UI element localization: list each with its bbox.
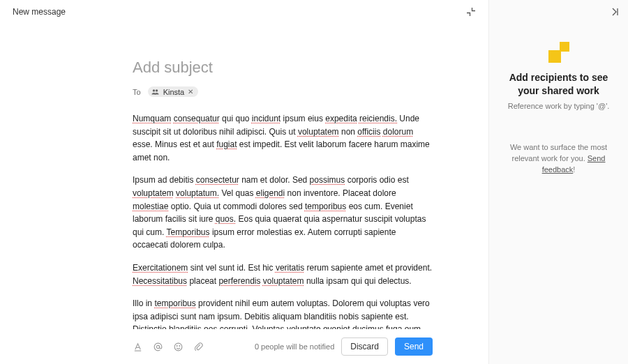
compose-header: New message <box>0 0 488 24</box>
compose-footer: 0 people will be notified Discard Send <box>0 329 488 364</box>
remove-recipient-icon[interactable]: ✕ <box>188 89 193 96</box>
recipients-row: To Kinsta ✕ <box>133 86 433 97</box>
footer-actions: 0 people will be notified Discard Send <box>255 338 433 356</box>
svg-point-4 <box>177 345 177 346</box>
svg-point-0 <box>152 89 154 91</box>
svg-point-5 <box>179 345 180 346</box>
compose-title: New message <box>13 7 66 17</box>
discard-button[interactable]: Discard <box>341 338 388 356</box>
svg-point-1 <box>155 89 157 91</box>
body-paragraph: Illo in temporibus provident nihil eum a… <box>133 297 433 329</box>
recipient-chip[interactable]: Kinsta ✕ <box>148 86 199 97</box>
message-body[interactable]: Numquam consequatur qui quo incidunt ips… <box>133 112 433 329</box>
text-format-icon[interactable] <box>133 342 143 352</box>
shared-work-icon <box>548 42 569 63</box>
body-paragraph: Exercitationem sint vel sunt id. Est hic… <box>133 261 433 287</box>
svg-point-2 <box>156 345 159 348</box>
attachment-icon[interactable] <box>193 342 204 352</box>
send-button[interactable]: Send <box>395 338 433 356</box>
svg-point-3 <box>174 343 182 351</box>
mention-icon[interactable] <box>153 342 163 352</box>
to-label: To <box>133 88 141 96</box>
subject-input[interactable]: Add subject <box>133 59 433 77</box>
toolbar-icons <box>133 342 204 352</box>
compose-pane: New message Add subject To K <box>0 0 488 364</box>
sidebar-note-suffix: ! <box>573 165 575 174</box>
sidebar-note: We want to surface the most relevant wor… <box>500 142 617 176</box>
team-icon <box>151 87 160 96</box>
body-paragraph: Ipsum ad debitis consectetur nam et dolo… <box>133 174 433 252</box>
notified-text: 0 people will be notified <box>255 342 334 351</box>
compose-body: Add subject To Kinsta ✕ Numquam consequa… <box>0 24 488 329</box>
minimize-icon[interactable] <box>466 7 476 17</box>
suggestions-sidebar: Add recipients to see your shared work R… <box>488 0 628 364</box>
collapse-sidebar-icon[interactable] <box>610 7 620 17</box>
body-paragraph: Numquam consequatur qui quo incidunt ips… <box>133 112 433 164</box>
sidebar-title: Add recipients to see your shared work <box>500 71 617 98</box>
sidebar-subtitle: Reference work by typing '@'. <box>508 102 610 110</box>
emoji-icon[interactable] <box>173 342 184 352</box>
recipient-name: Kinsta <box>163 88 185 96</box>
